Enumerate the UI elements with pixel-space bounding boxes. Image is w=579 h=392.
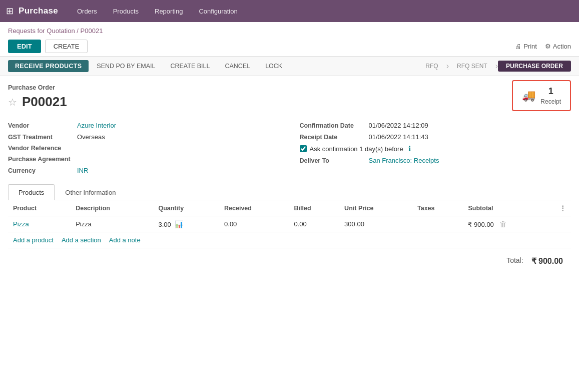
col-menu-header[interactable]: ⋮ [554,200,571,216]
sub-action-bar: RECEIVE PRODUCTS SEND PO BY EMAIL CREATE… [0,56,579,76]
total-divider [8,248,571,248]
ask-confirmation-checkbox[interactable] [300,145,307,152]
receive-products-button[interactable]: RECEIVE PRODUCTS [8,60,89,72]
gear-icon: ⚙ [545,43,551,50]
table-row: Pizza Pizza 3.00 📊 0.00 0.00 300.00 ₹ 90… [8,216,571,232]
receipt-info: 1 Receipt [540,85,561,106]
favorite-star-icon[interactable]: ☆ [8,96,17,108]
main-content: 🚚 1 Receipt Purchase Order ☆ P00021 Vend… [0,76,579,278]
forecast-chart-icon[interactable]: 📊 [175,220,183,228]
col-quantity: Quantity [153,200,219,216]
receipt-date-label: Receipt Date [300,134,365,141]
field-vendor-ref: Vendor Reference [8,145,280,152]
vendor-label: Vendor [8,122,73,129]
total-value: ₹ 900.00 [531,256,563,266]
cell-unit-price: 300.00 [339,216,412,232]
receipt-widget[interactable]: 🚚 1 Receipt [512,80,571,111]
top-navbar: ⊞ Purchase Orders Products Reporting Con… [0,0,579,22]
nav-orders[interactable]: Orders [70,5,104,18]
cell-description: Pizza [71,216,153,232]
field-currency: Currency INR [8,167,280,174]
delete-row-icon[interactable]: 🗑 [499,220,507,228]
field-receipt-date: Receipt Date 01/06/2022 14:11:43 [300,133,571,141]
create-button[interactable]: CREATE [45,40,88,53]
currency-value[interactable]: INR [77,167,88,174]
cell-product: Pizza [8,216,71,232]
vendor-value[interactable]: Azure Interior [77,122,116,129]
total-row: Total: ₹ 900.00 [8,250,571,270]
action-button[interactable]: ⚙ Action [545,43,571,50]
add-note-link[interactable]: Add a note [109,236,141,244]
nav-items: Orders Products Reporting Configuration [70,5,245,18]
purchase-agreement-label: Purchase Agreement [8,156,73,163]
confirmation-date-value: 01/06/2022 14:12:09 [369,122,428,129]
po-type-label: Purchase Order [8,84,571,91]
col-product: Product [8,200,71,216]
confirmation-date-label: Confirmation Date [300,122,365,129]
gst-value: Overseas [77,133,105,141]
field-deliver-to: Deliver To San Francisco: Receipts [300,157,571,164]
cell-received: 0.00 [219,216,289,232]
vendor-ref-label: Vendor Reference [8,145,73,152]
action-bar: EDIT CREATE 🖨 Print ⚙ Action [0,38,579,56]
create-bill-button[interactable]: CREATE BILL [163,60,217,72]
total-label: Total: [506,256,523,266]
col-billed: Billed [289,200,340,216]
brand-label: Purchase [19,6,58,16]
row-menu [554,216,571,232]
po-number: P00021 [22,94,67,110]
products-table: Product Description Quantity Received Bi… [8,200,571,232]
currency-label: Currency [8,167,73,174]
form-col-left: Vendor Azure Interior GST Treatment Over… [8,122,280,178]
pipeline-step-rfqsent[interactable]: RFQ SENT [449,61,495,72]
add-section-link[interactable]: Add a section [62,236,101,244]
field-gst: GST Treatment Overseas [8,133,280,141]
pipeline-step-po[interactable]: PURCHASE ORDER [498,61,571,72]
table-header-row: Product Description Quantity Received Bi… [8,200,571,216]
info-icon[interactable]: ℹ [408,145,411,153]
gst-label: GST Treatment [8,134,73,141]
tab-other-information[interactable]: Other Information [55,184,126,200]
receipt-label: Receipt [540,98,561,106]
print-icon: 🖨 [515,43,521,50]
breadcrumb-current: P00021 [81,27,103,35]
grid-icon[interactable]: ⊞ [6,6,14,17]
field-confirmation-date: Confirmation Date 01/06/2022 14:12:09 [300,122,571,129]
cell-taxes [412,216,463,232]
nav-reporting[interactable]: Reporting [148,5,190,18]
cancel-button[interactable]: CANCEL [218,60,257,72]
col-unit-price: Unit Price [339,200,412,216]
deliver-to-value[interactable]: San Francisco: Receipts [369,157,439,164]
add-product-link[interactable]: Add a product [13,236,54,244]
action-bar-right: 🖨 Print ⚙ Action [515,43,571,50]
breadcrumb-separator: / [77,27,80,35]
po-header: Purchase Order ☆ P00021 [8,76,571,122]
cell-quantity: 3.00 📊 [153,216,219,232]
cell-billed: 0.00 [289,216,340,232]
lock-button[interactable]: LOCK [258,60,289,72]
receipt-count: 1 [540,85,561,98]
edit-button[interactable]: EDIT [8,40,41,53]
ask-confirmation-label: Ask confirmation 1 day(s) before [310,145,403,153]
po-number-row: ☆ P00021 [8,94,571,110]
col-taxes: Taxes [412,200,463,216]
product-link[interactable]: Pizza [13,220,29,228]
pipeline: RFQ › RFQ SENT › PURCHASE ORDER [417,61,571,72]
print-button[interactable]: 🖨 Print [515,43,537,50]
pipeline-step-rfq[interactable]: RFQ [417,61,446,72]
nav-products[interactable]: Products [106,5,146,18]
receipt-date-value: 01/06/2022 14:11:43 [369,133,428,141]
breadcrumb-parent[interactable]: Requests for Quotation [8,27,75,35]
deliver-to-label: Deliver To [300,157,365,164]
ask-confirmation-row: Ask confirmation 1 day(s) before ℹ [300,145,571,153]
col-subtotal: Subtotal [463,200,554,216]
send-po-email-button[interactable]: SEND PO BY EMAIL [90,60,162,72]
nav-configuration[interactable]: Configuration [192,5,244,18]
col-description: Description [71,200,153,216]
truck-icon: 🚚 [522,89,535,102]
tab-products[interactable]: Products [8,184,55,200]
form-section: Vendor Azure Interior GST Treatment Over… [8,122,571,178]
breadcrumb: Requests for Quotation / P00021 [0,22,579,38]
field-vendor: Vendor Azure Interior [8,122,280,129]
add-links-row: Add a product Add a section Add a note [8,232,571,248]
